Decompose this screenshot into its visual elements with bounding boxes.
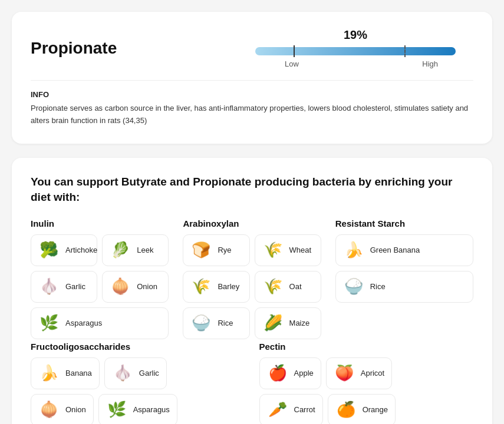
carrot-name: Carrot	[294, 405, 315, 414]
apple-name: Apple	[294, 369, 314, 377]
apricot-icon: 🍑	[334, 363, 355, 384]
apricot-name: Apricot	[361, 369, 384, 377]
green-banana-icon: 🍌	[343, 240, 364, 261]
arabin-row-1: 🍞 Rye 🌾 Wheat	[183, 234, 321, 266]
oat-icon: 🌾	[262, 276, 284, 297]
inulin-category: Inulin 🥦 Artichoke 🥬 Leek 🧄 Garlic	[31, 218, 169, 339]
garlic-fructo-name: Garlic	[139, 369, 159, 377]
apple-icon: 🍎	[267, 363, 288, 384]
food-item-green-banana: 🍌 Green Banana	[335, 234, 473, 266]
arabinoxylan-category: Arabinoxylan 🍞 Rye 🌾 Wheat 🌾 Barley	[183, 218, 321, 339]
orange-name: Orange	[363, 405, 388, 414]
orange-icon: 🍊	[335, 399, 357, 420]
garlic-fructo-icon: 🧄	[112, 363, 133, 384]
garlic-inulin-name: Garlic	[65, 282, 85, 291]
maize-name: Maize	[289, 319, 310, 327]
gauge-labels: Low High	[255, 59, 456, 68]
inulin-title: Inulin	[31, 218, 169, 228]
carrot-icon: 🥕	[267, 399, 288, 420]
resistant-starch-category: Resistant Starch 🍌 Green Banana 🍚 Rice	[335, 218, 473, 339]
asparagus-inulin-name: Asparagus	[65, 319, 102, 327]
barley-icon: 🌾	[190, 276, 212, 297]
arabinoxylan-items: 🍞 Rye 🌾 Wheat 🌾 Barley 🌾 Oat	[183, 234, 321, 339]
artichoke-icon: 🥦	[38, 240, 60, 261]
pectin-title: Pectin	[259, 342, 474, 352]
pectin-items: 🍎 Apple 🍑 Apricot 🥕 Carrot 🍊	[259, 357, 474, 424]
food-item-rice-arabin: 🍚 Rice	[183, 307, 249, 339]
food-item-leek: 🥬 Leek	[102, 234, 169, 266]
food-item-garlic-inulin: 🧄 Garlic	[31, 271, 97, 303]
food-item-apricot: 🍑 Apricot	[326, 357, 392, 389]
asparagus-fructo-name: Asparagus	[133, 405, 170, 414]
banana-name: Banana	[65, 369, 92, 377]
food-item-artichoke: 🥦 Artichoke	[31, 234, 97, 266]
arabin-row-2: 🌾 Barley 🌾 Oat	[183, 271, 321, 303]
leek-icon: 🥬	[110, 240, 131, 261]
onion-fructo-name: Onion	[65, 405, 86, 414]
rice-arabin-icon: 🍚	[190, 313, 212, 334]
food-item-rye: 🍞 Rye	[183, 234, 249, 266]
food-item-rice-resistant: 🍚 Rice	[335, 271, 473, 303]
food-item-garlic-fructo: 🧄 Garlic	[104, 357, 167, 389]
food-item-onion-fructo: 🧅 Onion	[31, 394, 94, 424]
food-item-maize: 🌽 Maize	[255, 307, 321, 339]
food-item-onion-inulin: 🧅 Onion	[102, 271, 169, 303]
food-item-wheat: 🌾 Wheat	[255, 234, 321, 266]
rye-icon: 🍞	[190, 240, 212, 261]
gauge-percent: 19%	[344, 28, 367, 42]
food-item-oat: 🌾 Oat	[255, 271, 321, 303]
food-item-banana: 🍌 Banana	[31, 357, 100, 389]
pectin-row-1: 🍎 Apple 🍑 Apricot	[259, 357, 474, 389]
leek-name: Leek	[137, 246, 153, 254]
inulin-items: 🥦 Artichoke 🥬 Leek 🧄 Garlic 🧅	[31, 234, 169, 339]
pectin-row-2: 🥕 Carrot 🍊 Orange	[259, 394, 474, 424]
pectin-category: Pectin 🍎 Apple 🍑 Apricot 🥕 Carrot	[259, 342, 474, 424]
gauge-bar	[255, 47, 456, 55]
info-section: INFO Propionate serves as carbon source …	[31, 80, 473, 127]
green-banana-name: Green Banana	[370, 246, 420, 254]
food-item-orange: 🍊 Orange	[328, 394, 396, 424]
gauge-marker	[294, 45, 295, 57]
fructo-row-1: 🍌 Banana 🧄 Garlic	[31, 357, 245, 389]
maize-icon: 🌽	[262, 313, 284, 334]
wheat-icon: 🌾	[262, 240, 284, 261]
garlic-inulin-icon: 🧄	[38, 276, 60, 297]
food-item-asparagus-fructo: 🌿 Asparagus	[98, 394, 177, 424]
top-categories-row: Inulin 🥦 Artichoke 🥬 Leek 🧄 Garlic	[31, 218, 473, 339]
fructo-row-2: 🧅 Onion 🌿 Asparagus	[31, 394, 245, 424]
food-item-asparagus-inulin: 🌿 Asparagus	[31, 307, 169, 339]
food-item-apple: 🍎 Apple	[259, 357, 321, 389]
arabin-row-3: 🍚 Rice 🌽 Maize	[183, 307, 321, 339]
onion-fructo-icon: 🧅	[38, 399, 60, 420]
propionate-title: Propionate	[31, 39, 117, 58]
resistant-starch-items: 🍌 Green Banana 🍚 Rice	[335, 234, 473, 303]
food-item-carrot: 🥕 Carrot	[259, 394, 323, 424]
fructooligosaccharides-items: 🍌 Banana 🧄 Garlic 🧅 Onion 🌿	[31, 357, 245, 424]
gauge-container: 19% Low High	[238, 28, 473, 68]
rice-resistant-icon: 🍚	[343, 276, 364, 297]
resistant-starch-title: Resistant Starch	[335, 218, 473, 228]
inulin-row-1: 🥦 Artichoke 🥬 Leek	[31, 234, 169, 266]
rye-name: Rye	[218, 246, 231, 254]
fructooligosaccharides-category: Fructooligosaccharides 🍌 Banana 🧄 Garlic…	[31, 342, 245, 424]
banana-icon: 🍌	[38, 363, 60, 384]
info-label: INFO	[31, 90, 473, 99]
gauge-low-label: Low	[285, 59, 299, 68]
fructooligosaccharides-title: Fructooligosaccharides	[31, 342, 245, 352]
onion-inulin-name: Onion	[137, 282, 157, 291]
asparagus-fructo-icon: 🌿	[106, 399, 127, 420]
info-text: Propionate serves as carbon source in th…	[31, 102, 473, 127]
bottom-section: You can support Butyrate and Propionate …	[12, 158, 492, 424]
onion-inulin-icon: 🧅	[110, 276, 131, 297]
arabinoxylan-title: Arabinoxylan	[183, 218, 321, 228]
inulin-row-3: 🌿 Asparagus	[31, 307, 169, 339]
rice-arabin-name: Rice	[218, 319, 233, 327]
propionate-card: Propionate 19% Low High INFO Propionate …	[12, 12, 492, 144]
gauge-dashes	[404, 45, 406, 57]
asparagus-inulin-icon: 🌿	[38, 313, 60, 334]
support-heading: You can support Butyrate and Propionate …	[31, 174, 473, 206]
wheat-name: Wheat	[289, 246, 312, 254]
food-item-barley: 🌾 Barley	[183, 271, 249, 303]
gauge-bar-wrap	[255, 45, 456, 57]
inulin-row-2: 🧄 Garlic 🧅 Onion	[31, 271, 169, 303]
